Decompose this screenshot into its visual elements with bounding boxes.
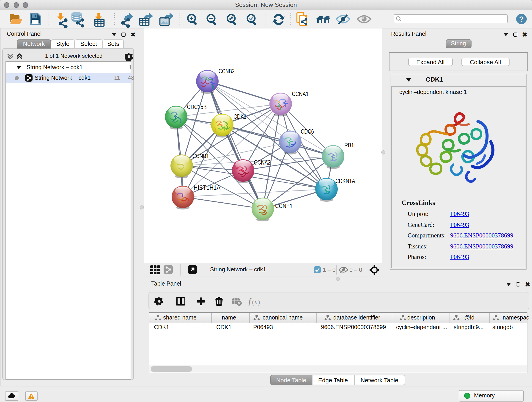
svg-text:CCNB2: CCNB2 [218, 68, 234, 75]
svg-text:CCNA1: CCNA1 [292, 90, 308, 97]
svg-text:CCNA2: CCNA2 [254, 159, 270, 166]
svg-text:?: ? [519, 14, 524, 23]
svg-text:f: f [248, 296, 252, 306]
svg-text:CDC25B: CDC25B [187, 104, 206, 110]
svg-text:CCNE1: CCNE1 [275, 203, 292, 210]
svg-text:CDKN1A: CDKN1A [335, 178, 355, 185]
svg-text:CDK1: CDK1 [233, 113, 246, 120]
svg-text:x: x [254, 298, 257, 306]
svg-text:CDC6: CDC6 [301, 128, 314, 135]
svg-text:CCNB1: CCNB1 [192, 153, 209, 160]
svg-text:): ) [257, 298, 260, 306]
svg-text:RB1: RB1 [344, 142, 354, 149]
svg-text:HIST1H1A: HIST1H1A [193, 184, 220, 191]
